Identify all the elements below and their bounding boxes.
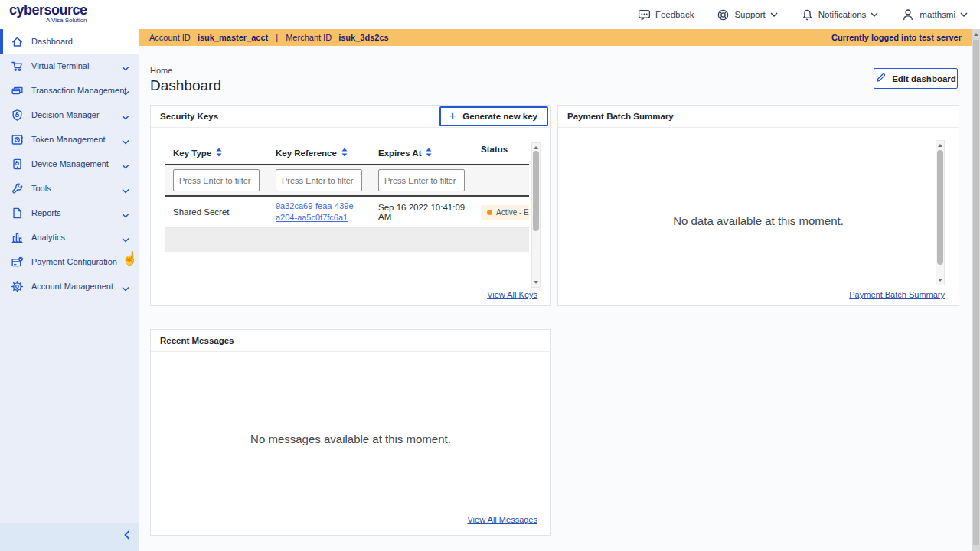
vault-icon	[11, 133, 24, 146]
sidebar-item-dashboard[interactable]: Dashboard	[0, 29, 139, 54]
sidebar-item-label: Transaction Management	[31, 86, 126, 95]
gear-icon	[11, 280, 24, 293]
merchant-id-label: Merchant ID	[286, 33, 332, 42]
sidebar-item-account-management[interactable]: Account Management	[0, 274, 139, 298]
notifications-menu[interactable]: Notifications	[801, 8, 879, 21]
sidebar-item-token-management[interactable]: Token Management	[0, 127, 139, 152]
status-dot-icon	[487, 210, 492, 215]
column-header-key-type[interactable]: Key Type	[165, 142, 267, 164]
notifications-label: Notifications	[818, 10, 867, 19]
sidebar-item-label: Token Management	[31, 135, 106, 144]
sidebar-item-label: Analytics	[31, 233, 65, 242]
sidebar-item-analytics[interactable]: Analytics	[0, 225, 139, 249]
breadcrumb[interactable]: Home	[150, 66, 172, 75]
user-icon	[901, 8, 915, 21]
mouse-cursor-icon: ☝	[122, 250, 138, 266]
top-bar: cybersource A Visa Solution Feedback Sup…	[0, 0, 980, 29]
chevron-down-icon	[122, 63, 129, 73]
sidebar-item-decision-manager[interactable]: Decision Manager	[0, 103, 139, 127]
table-header-row: Key Type Key Reference Expires At Status	[165, 142, 529, 165]
scroll-up-arrow-icon[interactable]	[974, 33, 978, 36]
generate-new-key-button[interactable]: + Generate new key	[439, 106, 548, 126]
sidebar-item-label: Payment Configuration	[31, 257, 117, 266]
no-data-message: No data available at this moment.	[558, 214, 959, 227]
scroll-up-arrow-icon[interactable]	[938, 144, 942, 147]
sidebar-item-label: Decision Manager	[31, 110, 100, 119]
chevron-down-icon	[122, 234, 129, 245]
security-keys-panel: Security Keys + Generate new key Key Typ…	[150, 105, 551, 306]
scroll-up-arrow-icon[interactable]	[534, 146, 538, 149]
view-all-messages-link[interactable]: View All Messages	[467, 515, 537, 524]
column-header-expires-at[interactable]: Expires At	[370, 142, 472, 164]
document-icon	[11, 207, 24, 220]
sidebar-item-device-management[interactable]: Device Management	[0, 152, 139, 176]
sort-icon[interactable]	[341, 148, 348, 158]
panel-scrollbar[interactable]	[936, 140, 945, 285]
shield-lock-icon	[11, 109, 24, 122]
status-label: Active - Expi	[496, 208, 529, 217]
table-scrollbar-thumb[interactable]	[533, 151, 539, 231]
generate-new-key-label: Generate new key	[462, 112, 537, 121]
sidebar-item-virtual-terminal[interactable]: Virtual Terminal	[0, 54, 139, 78]
account-id-label: Account ID	[149, 33, 191, 42]
edit-dashboard-label: Edit dashboard	[892, 74, 956, 83]
support-label: Support	[734, 10, 765, 19]
sidebar-item-reports[interactable]: Reports	[0, 201, 139, 225]
separator: |	[276, 33, 278, 42]
bell-icon	[801, 8, 814, 21]
payment-batch-header: Payment Batch Summary	[558, 106, 959, 128]
edit-dashboard-button[interactable]: Edit dashboard	[874, 68, 958, 89]
panel-scrollbar-thumb[interactable]	[937, 150, 943, 265]
chevron-down-icon	[122, 161, 129, 171]
cybersource-logo[interactable]: cybersource A Visa Solution	[9, 3, 87, 24]
feedback-label: Feedback	[655, 10, 694, 19]
scroll-down-arrow-icon[interactable]	[534, 281, 538, 284]
key-reference-link[interactable]: 9a32ca69-feaa-439e-a204-aa5c0f7fc6a1	[276, 201, 364, 223]
key-reference-filter-input[interactable]	[276, 169, 362, 191]
key-type-filter-input[interactable]	[173, 169, 260, 191]
page-scrollbar-thumb[interactable]	[973, 40, 979, 545]
transactions-icon	[11, 84, 24, 97]
chevron-down-icon	[122, 112, 129, 122]
expires-at-filter-input[interactable]	[378, 169, 465, 191]
device-icon	[11, 158, 24, 171]
page-scrollbar[interactable]	[972, 29, 980, 551]
top-bar-actions: Feedback Support Notifications	[638, 0, 968, 29]
payment-batch-summary-panel: Payment Batch Summary No data available …	[557, 105, 959, 306]
sidebar-item-label: Dashboard	[31, 37, 73, 46]
chevron-down-icon	[122, 210, 129, 220]
sort-icon[interactable]	[216, 148, 222, 158]
column-header-key-reference[interactable]: Key Reference	[267, 142, 370, 164]
sidebar-nav: Dashboard Virtual Terminal Transaction M…	[0, 29, 139, 551]
sidebar-collapse-button[interactable]	[123, 530, 131, 542]
user-menu[interactable]: matthsmi	[901, 8, 968, 21]
expires-at-cell: Sep 16 2022 10:41:09 AM	[370, 197, 472, 227]
sidebar-item-tools[interactable]: Tools	[0, 176, 139, 201]
brand-tagline: A Visa Solution	[9, 17, 87, 24]
no-messages-message: No messages available at this moment.	[151, 432, 550, 445]
payment-batch-summary-link[interactable]: Payment Batch Summary	[849, 290, 945, 299]
chevron-down-icon	[122, 136, 129, 147]
sort-icon[interactable]	[426, 148, 432, 158]
sidebar-item-transaction-management[interactable]: Transaction Management	[0, 78, 139, 103]
table-filter-row	[165, 165, 529, 197]
column-label: Key Reference	[276, 148, 337, 158]
home-icon	[11, 35, 24, 48]
column-label: Status	[481, 145, 508, 154]
security-keys-table: Key Type Key Reference Expires At Status	[165, 142, 529, 288]
view-all-keys-link[interactable]: View All Keys	[487, 290, 537, 299]
payment-config-icon	[11, 256, 24, 269]
sidebar-item-label: Reports	[31, 208, 61, 217]
support-menu[interactable]: Support	[717, 8, 777, 21]
column-header-status: Status	[472, 142, 529, 164]
scroll-down-arrow-icon[interactable]	[938, 279, 942, 282]
chevron-down-icon	[960, 12, 968, 17]
feedback-button[interactable]: Feedback	[638, 8, 694, 21]
sidebar-item-payment-configuration[interactable]: Payment Configuration	[0, 249, 139, 274]
column-label: Expires At	[378, 148, 421, 158]
merchant-id-value: isuk_3ds2cs	[338, 33, 388, 42]
table-scrollbar[interactable]	[531, 142, 541, 288]
sidebar-item-label: Tools	[31, 184, 51, 193]
security-keys-title: Security Keys	[160, 112, 218, 121]
chevron-down-icon	[871, 12, 878, 17]
